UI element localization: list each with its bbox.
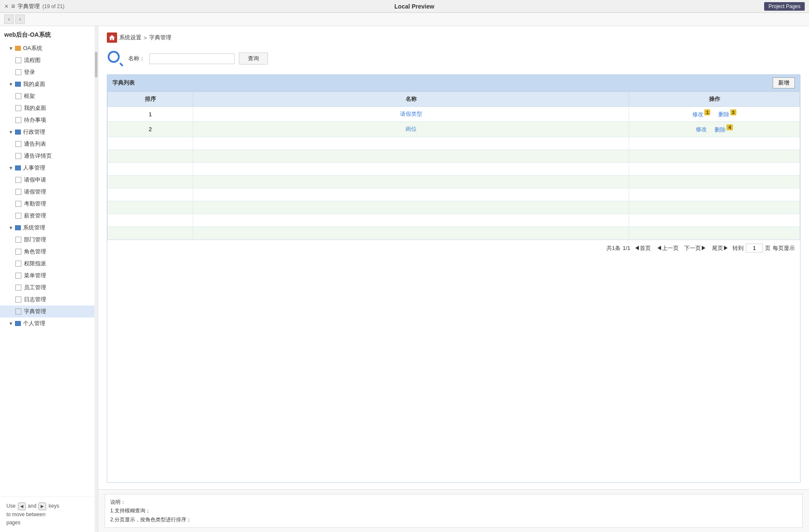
cell-action-1: 修改1 删除3 <box>629 107 800 122</box>
breadcrumb: 系统设置 > 字典管理 <box>107 32 800 43</box>
empty-cell <box>108 137 193 150</box>
sidebar-group-mydesk-header[interactable]: ▼ 我的桌面 <box>0 78 94 90</box>
sidebar-item-notice-detail[interactable]: 通告详情页 <box>0 150 94 162</box>
table-row: 1 请假类型 修改1 删除3 <box>108 107 800 122</box>
page-icon-employee <box>15 285 21 291</box>
sidebar-item-menu[interactable]: 菜单管理 <box>0 270 94 282</box>
page-icon-salary <box>15 213 21 219</box>
sidebar-group-admin-header[interactable]: ▼ 行政管理 <box>0 126 94 138</box>
query-button[interactable]: 查询 <box>239 53 268 65</box>
page-unit-label: 页 <box>765 244 771 252</box>
data-table: 排序 名称 操作 1 请假类型 修改1 <box>107 91 800 240</box>
app-title: web后台-OA系统 <box>0 26 94 42</box>
table-row: 2 岗位 修改 删除4 <box>108 122 800 137</box>
sidebar-item-salary[interactable]: 薪资管理 <box>0 210 94 222</box>
sidebar-item-pending[interactable]: 待办事项 <box>0 114 94 126</box>
sidebar-item-log[interactable]: 日志管理 <box>0 294 94 306</box>
sidebar-group-oa-header[interactable]: ▼ OA系统 <box>0 42 94 54</box>
folder-icon-oa <box>15 46 21 51</box>
description-box: 说明： 1.支持模糊查询； 2.分页显示，按角色类型进行排序； <box>105 494 803 528</box>
sidebar-item-login[interactable]: 登录 <box>0 66 94 78</box>
new-button[interactable]: 新增 <box>773 77 795 88</box>
sidebar-item-mydesktop[interactable]: 我的桌面 <box>0 102 94 114</box>
total-count: 共1条 <box>606 244 621 252</box>
link-name-2[interactable]: 岗位 <box>406 126 417 132</box>
sidebar-label-mydesktop: 我的桌面 <box>24 104 46 112</box>
nav-forward-button[interactable]: › <box>15 15 25 24</box>
edit-link-2[interactable]: 修改 <box>696 126 707 133</box>
search-label: 名称： <box>128 55 145 62</box>
cell-order-1: 1 <box>108 107 193 122</box>
table-row <box>108 188 800 201</box>
sidebar-item-role[interactable]: 角色管理 <box>0 246 94 258</box>
sidebar-item-permission[interactable]: 权限指派 <box>0 258 94 270</box>
folder-icon-sysadmin <box>15 225 21 230</box>
sidebar-item-dict[interactable]: 字典管理 <box>0 306 94 317</box>
table-row <box>108 226 800 239</box>
sidebar-item-leave-manage[interactable]: 请假管理 <box>0 186 94 198</box>
cell-order-2: 2 <box>108 122 193 137</box>
help-panel: Use ◀ and ▶ keys to move between pages <box>0 497 98 532</box>
sidebar-item-dept[interactable]: 部门管理 <box>0 234 94 246</box>
sidebar-label-attendance: 考勤管理 <box>24 200 46 208</box>
sidebar-item-frame[interactable]: 框架 <box>0 90 94 102</box>
project-pages-button[interactable]: Project Pages <box>764 2 805 11</box>
empty-cell <box>629 162 800 175</box>
help-move-text: to move between <box>6 511 45 517</box>
page-icon-notice-detail <box>15 153 21 159</box>
prev-page-button[interactable]: ◀上一页 <box>655 244 680 253</box>
empty-cell <box>193 201 629 214</box>
link-name-1[interactable]: 请假类型 <box>400 111 422 117</box>
empty-cell <box>108 226 193 239</box>
sidebar-group-hr-header[interactable]: ▼ 人事管理 <box>0 162 94 174</box>
delete-link-2[interactable]: 删除4 <box>715 126 733 133</box>
col-header-name: 名称 <box>193 92 629 107</box>
goto-page-input[interactable] <box>746 244 763 253</box>
empty-cell <box>629 188 800 201</box>
sidebar-group-sysadmin-header[interactable]: ▼ 系统管理 <box>0 222 94 234</box>
cell-name-1: 请假类型 <box>193 107 629 122</box>
sidebar-scrollbar[interactable] <box>94 26 98 532</box>
badge-delete-1: 3 <box>730 109 736 115</box>
table-row <box>108 201 800 214</box>
empty-cell <box>193 226 629 239</box>
sidebar-label-permission: 权限指派 <box>24 260 46 267</box>
breadcrumb-current: 字典管理 <box>149 34 171 41</box>
sidebar-item-attendance[interactable]: 考勤管理 <box>0 198 94 210</box>
last-page-button[interactable]: 尾页▶ <box>710 244 730 253</box>
sidebar-label-frame: 框架 <box>24 92 35 100</box>
empty-cell <box>629 226 800 239</box>
badge-edit-1: 1 <box>704 109 710 115</box>
search-input[interactable] <box>149 53 235 64</box>
empty-cell <box>193 214 629 226</box>
empty-cell <box>108 175 193 188</box>
delete-link-1[interactable]: 删除3 <box>718 111 736 118</box>
group-label-sysadmin: 系统管理 <box>23 224 45 232</box>
sidebar-item-leave-apply[interactable]: 请假申请 <box>0 174 94 186</box>
empty-cell <box>629 201 800 214</box>
empty-cell <box>108 214 193 226</box>
first-page-button[interactable]: ◀首页 <box>632 244 653 253</box>
sidebar-group-personal-header[interactable]: ▼ 个人管理 <box>0 317 94 329</box>
sidebar-label-dict: 字典管理 <box>24 308 46 315</box>
page-icon-log <box>15 297 21 303</box>
nav-bar: ‹ › <box>0 13 809 26</box>
search-handle <box>119 62 124 67</box>
search-icon-wrap <box>107 50 124 67</box>
close-icon[interactable]: ✕ <box>4 3 9 9</box>
sidebar-item-workflow[interactable]: 流程图 <box>0 54 94 66</box>
help-and-text: and <box>28 503 38 509</box>
table-header-bar: 字典列表 新增 <box>107 75 800 91</box>
sidebar-label-employee: 员工管理 <box>24 284 46 291</box>
collapse-arrow-hr: ▼ <box>9 165 13 170</box>
content-area: 系统设置 > 字典管理 名称： 查询 字典列表 新增 <box>98 26 809 489</box>
group-label-personal: 个人管理 <box>23 320 45 327</box>
edit-link-1[interactable]: 修改1 <box>692 111 710 118</box>
sidebar-label-log: 日志管理 <box>24 296 46 303</box>
sidebar-item-notice-list[interactable]: 通告列表 <box>0 138 94 150</box>
nav-back-button[interactable]: ‹ <box>4 15 14 24</box>
empty-cell <box>193 137 629 150</box>
sidebar-item-employee[interactable]: 员工管理 <box>0 282 94 294</box>
table-section: 字典列表 新增 排序 名称 操作 1 <box>107 74 800 483</box>
next-page-button[interactable]: 下一页▶ <box>683 244 708 253</box>
